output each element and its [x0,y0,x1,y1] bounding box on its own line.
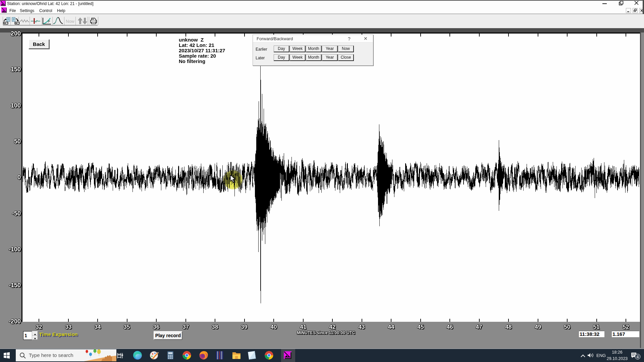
svg-text:18:26: 18:26 [612,350,622,355]
svg-text:Now: Now [66,19,75,24]
svg-text:P: P [48,20,50,23]
svg-text:Type here to search: Type here to search [29,352,73,358]
svg-text:ENG: ENG [596,353,606,358]
svg-text:29.10.2023: 29.10.2023 [607,356,628,361]
svg-text:4: 4 [637,355,639,359]
